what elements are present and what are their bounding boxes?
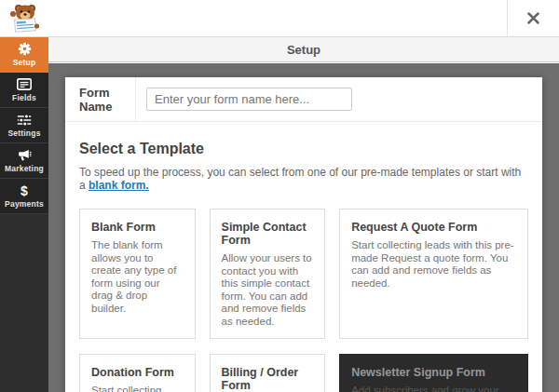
form-name-label: Form Name [65, 77, 136, 122]
template-card-newsletter-signup-form[interactable]: Newsletter Signup Form Add subscribers a… [339, 354, 528, 392]
sidebar-item-label: Fields [12, 93, 36, 102]
template-title: Blank Form [91, 221, 184, 234]
template-title: Donation Form [91, 366, 184, 379]
sidebar-item-label: Setup [13, 58, 36, 67]
sidebar-item-payments[interactable]: $ Payments [0, 179, 48, 214]
top-bar [0, 0, 559, 37]
template-description: Start collecting donation payments on yo… [91, 385, 184, 392]
sidebar-item-settings[interactable]: Settings [0, 108, 48, 143]
template-title: Billing / Order Form [222, 366, 314, 392]
sidebar-item-fields[interactable]: Fields [0, 73, 48, 108]
panel-title: Setup [287, 43, 320, 57]
select-template-description: To speed up the process, you can select … [79, 166, 528, 192]
template-description: The blank form allows you to create any … [91, 239, 184, 315]
close-icon[interactable] [507, 0, 559, 36]
sliders-icon [17, 113, 32, 127]
template-description: Allow your users to contact you with thi… [222, 252, 314, 328]
setup-panel: Form Name Select a Template To speed up … [65, 77, 542, 392]
template-description: Add subscribers and grow your [351, 385, 516, 392]
template-grid: Blank Form The blank form allows you to … [79, 209, 528, 392]
builder-content-area: Form Name Select a Template To speed up … [48, 63, 559, 392]
template-card-billing-order-form[interactable]: Billing / Order Form Collect Payments fo… [210, 354, 326, 392]
panel-header: Setup [48, 37, 559, 62]
sidebar-item-label: Settings [7, 128, 40, 138]
template-card-blank-form[interactable]: Blank Form The blank form allows you to … [79, 209, 196, 339]
sidebar-item-label: Payments [5, 199, 44, 209]
template-title: Request A Quote Form [351, 221, 516, 234]
builder-sidebar: Setup Fields [0, 37, 48, 392]
template-card-simple-contact-form[interactable]: Simple Contact Form Allow your users to … [210, 209, 326, 339]
form-name-input[interactable] [146, 88, 352, 111]
template-description: Start collecting leads with this pre-mad… [351, 239, 516, 290]
form-fields-icon [17, 77, 32, 91]
template-card-request-a-quote-form[interactable]: Request A Quote Form Start collecting le… [339, 209, 528, 339]
template-card-donation-form[interactable]: Donation Form Start collecting donation … [79, 354, 196, 392]
sidebar-item-label: Marketing [5, 164, 44, 173]
gear-icon [18, 42, 32, 56]
blank-form-link[interactable]: blank form. [89, 179, 149, 192]
select-template-title: Select a Template [79, 141, 528, 157]
template-title: Newsletter Signup Form [351, 366, 516, 379]
form-name-row: Form Name [65, 77, 542, 122]
sidebar-item-setup[interactable]: Setup [0, 37, 48, 73]
template-title: Simple Contact Form [222, 221, 314, 247]
sidebar-item-marketing[interactable]: Marketing [0, 143, 48, 179]
dollar-icon: $ [20, 183, 28, 197]
wpforms-bear-logo-icon [7, 3, 45, 34]
megaphone-icon [17, 148, 32, 162]
